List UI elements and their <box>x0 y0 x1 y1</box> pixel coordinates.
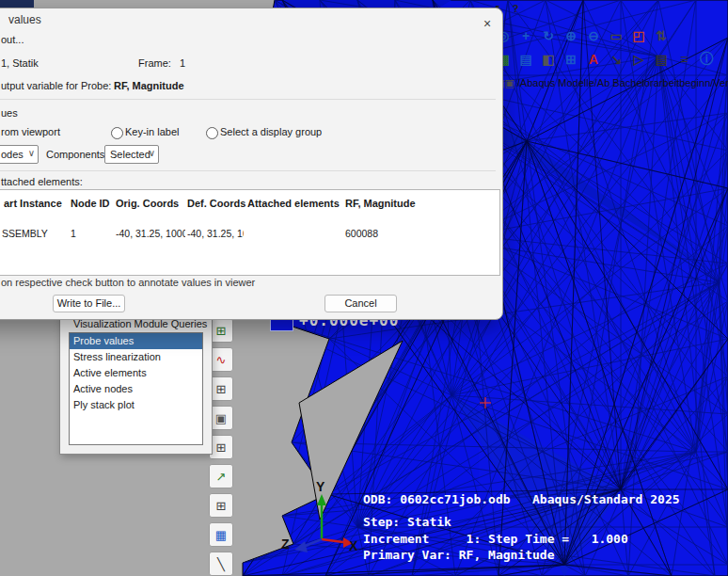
spreadsheet-icon[interactable]: ⊞ <box>209 493 233 518</box>
export-table-icon[interactable]: ↗ <box>209 464 233 488</box>
cancel-button[interactable]: Cancel <box>324 295 397 312</box>
view-options-icon[interactable]: ≡ <box>673 49 694 70</box>
field-output-icon[interactable]: ⊞ <box>561 49 581 70</box>
radio-key-in-label-text[interactable]: Key-in label <box>125 126 179 137</box>
grid-icon[interactable]: ▦ <box>209 522 233 547</box>
z-axis-arrow <box>294 541 308 552</box>
radio-display-group[interactable] <box>206 127 218 139</box>
z-axis-label: Z <box>281 536 290 552</box>
attached-elements-label: ttached elements: <box>1 176 83 187</box>
primary-var-annotation: Primary Var: RF, Magnitude <box>363 548 555 562</box>
table-header-cell: Def. Coords <box>187 198 245 209</box>
zoom-out-icon[interactable]: ⊖ <box>583 25 604 46</box>
table-header-cell: Node ID <box>71 198 110 209</box>
probe-values-section-label: ues <box>1 107 18 119</box>
close-icon[interactable]: × <box>477 14 498 33</box>
annotate-note: on respective check button to annotate v… <box>1 277 255 288</box>
visualization-toolbar: ▦▤◧⊞A↘▷▤≡ⓘ <box>493 49 717 70</box>
table-cell: SSEMBLY <box>2 228 48 239</box>
write-to-file-button[interactable]: Write to File... <box>53 295 125 312</box>
query-list-item[interactable]: Probe values <box>70 333 202 349</box>
chevron-down-icon: ∨ <box>28 148 35 158</box>
separator <box>0 170 496 171</box>
probe-variable-value: RF, Magnitude <box>114 80 184 91</box>
zoom-in-icon[interactable]: ⊕ <box>561 25 581 46</box>
probe-results-table: art Instance Node ID Orig. Coords Def. C… <box>0 189 500 276</box>
table-header-cell: RF, Magnitude <box>345 198 416 209</box>
table-cell: 600088 <box>345 228 378 239</box>
select-cursor-icon[interactable]: ▷ <box>628 49 649 70</box>
probe-target-value: odes <box>1 149 24 160</box>
x-axis-label: X <box>349 538 358 553</box>
query-list-item[interactable]: Active nodes <box>70 381 202 397</box>
components-label: Components: <box>46 149 107 160</box>
annotation-icon[interactable]: A <box>583 49 604 70</box>
query-list-item[interactable]: Ply stack plot <box>70 397 202 413</box>
frame-value: 1 <box>180 57 185 69</box>
probe-values-dialog: values × out... 1, Statik Frame: 1 utput… <box>0 8 503 320</box>
y-axis-label: Y <box>316 479 325 494</box>
increment-annotation: Increment 1: Step Time = 1.000 <box>363 532 628 546</box>
step-annotation: Step: Statik <box>363 515 451 529</box>
fit-view-icon[interactable]: ◰ <box>628 25 649 46</box>
field-output-button[interactable]: out... <box>1 34 24 45</box>
frame-label: Frame: <box>138 57 171 69</box>
y-axis-arrow <box>317 494 326 505</box>
plot-deformed-icon[interactable]: ◧ <box>538 49 559 70</box>
plot-symbols-icon[interactable]: ▤ <box>515 49 536 70</box>
chevron-down-icon: ∨ <box>149 148 155 158</box>
probe-variable-label: utput variable for Probe: <box>1 80 111 91</box>
table-cell: -40, 31.25, 1000 <box>116 228 185 239</box>
components-value: Selected <box>110 149 150 160</box>
query-list-item[interactable]: Stress linearization <box>70 349 202 365</box>
folder-icon: ▣ <box>504 77 514 88</box>
pan-view-icon[interactable]: + <box>515 25 536 46</box>
query-list-item[interactable]: Active elements <box>70 365 202 381</box>
table-cell: 1 <box>71 228 76 239</box>
queries-dialog: Visualization Module Queries Probe value… <box>59 312 213 455</box>
result-list-icon[interactable]: ▤ <box>651 49 672 70</box>
info-icon[interactable]: ⓘ <box>696 49 717 70</box>
coordinate-triad: Y X Z <box>276 473 370 560</box>
odb-annotation: ODB: 0602cc71job.odb Abaqus/Standard 202… <box>363 492 680 506</box>
path-text: /Abaqus Modelle/Ab Bachelorarbeitbeginn/… <box>517 77 728 88</box>
table-header-cell: Orig. Coords <box>116 198 179 209</box>
path-bar[interactable]: ▤▣ /Abaqus Modelle/Ab Bachelorarbeitbegi… <box>495 75 728 90</box>
components-select[interactable]: Selected ∨ <box>104 145 159 164</box>
radio-display-group-text[interactable]: Select a display group <box>220 126 322 137</box>
abaqus-cae-window: +0.000e+00 ODB: 0602cc71job.odb Abaqus/S… <box>0 0 728 576</box>
pen-icon[interactable]: ╲ <box>209 552 233 576</box>
table-row[interactable]: SSEMBLY 1 -40, 31.25, 1000 -40, 31.25, 1… <box>0 228 499 243</box>
table-header-cell: Attached elements <box>247 198 340 209</box>
step-value: 1, Statik <box>1 57 39 69</box>
table-cell: -40, 31.25, 100 <box>187 228 244 239</box>
cycle-views-icon[interactable]: ⇅ <box>651 25 672 46</box>
query-tools-toolbar: ⊞∿⊞▣⊞↗⊞▦╲ <box>209 318 237 576</box>
probe-arrow-icon[interactable]: ↘ <box>606 49 626 70</box>
box-zoom-icon[interactable]: ▭ <box>606 25 626 46</box>
view-manipulation-toolbar: ◎+↻⊕⊖▭◰⇅ <box>493 25 672 46</box>
context-help-icon[interactable]: ? <box>508 1 523 16</box>
separator <box>0 99 496 100</box>
radio-from-viewport-label[interactable]: rom viewport <box>1 126 60 137</box>
dialog-title: values <box>8 13 41 26</box>
radio-key-in-label[interactable] <box>111 127 123 139</box>
rotate-view-icon[interactable]: ↻ <box>538 25 559 46</box>
table-header-cell: art Instance <box>4 198 62 209</box>
queries-list[interactable]: Probe valuesStress linearizationActive e… <box>69 332 203 445</box>
